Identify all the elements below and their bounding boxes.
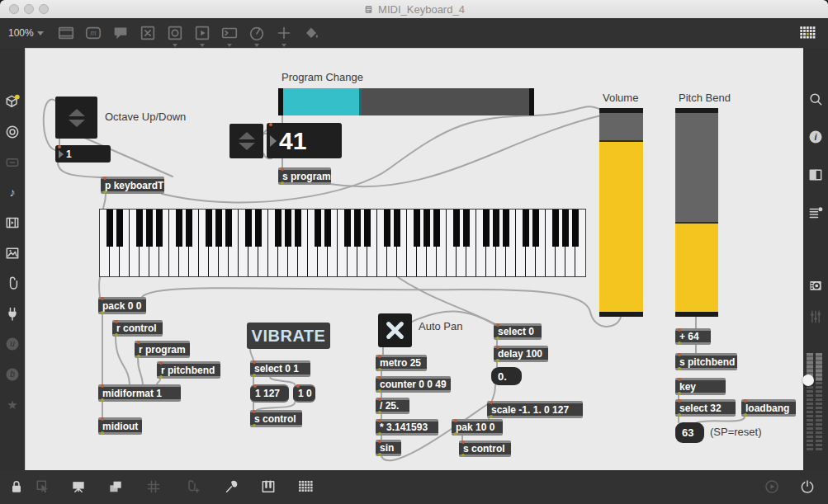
object-select-32[interactable]: select 32 [675,399,736,417]
power-icon[interactable] [799,478,816,495]
u-badge-icon[interactable]: u [4,336,21,352]
music-note-icon[interactable]: ♪ [4,184,21,200]
incdec-octave[interactable] [55,97,97,139]
drawer-icon[interactable] [4,154,21,171]
lock-icon[interactable] [8,478,25,495]
paint-bucket-icon[interactable] [302,24,320,42]
pitch-bend-slider[interactable] [675,108,718,317]
object-s-program[interactable]: s program [278,167,331,185]
black-key[interactable] [354,210,360,247]
black-key[interactable] [295,210,300,247]
piano-icon[interactable] [260,478,277,495]
comment-icon[interactable] [111,24,130,42]
black-key[interactable] [315,210,320,247]
black-key[interactable] [285,210,291,247]
black-key[interactable] [364,210,370,247]
message-1-127[interactable]: 1 127 [250,384,289,403]
black-key[interactable] [176,210,182,247]
object-s-control-2[interactable]: s control [459,440,511,457]
target-icon[interactable] [4,124,21,140]
object-r-control[interactable]: r control [112,320,163,337]
black-key[interactable] [414,210,419,247]
button-vibrate[interactable]: VIBRATE [247,323,330,349]
black-key[interactable] [394,210,400,247]
layers-icon[interactable] [107,478,124,495]
object-loadbang[interactable]: loadbang [741,399,796,417]
message-icon[interactable]: m [84,24,102,42]
object-p-keyboardT[interactable]: p keyboardT [101,177,164,194]
patcher-canvas[interactable]: Octave Up/DownProgram ChangeAuto PanVolu… [25,48,803,470]
object-mul-pi[interactable]: * 3.141593 [376,419,438,436]
object-pak[interactable]: pak 10 0 [452,419,503,436]
black-key[interactable] [493,210,499,247]
black-key[interactable] [423,210,429,247]
object-s-control-1[interactable]: s control [250,410,302,427]
decrement-arrow-icon[interactable] [239,143,255,150]
object-scale[interactable]: scale -1. 1. 0 127 [487,401,583,418]
black-key[interactable] [344,210,350,247]
object-metro[interactable]: metro 25 [376,355,427,371]
images-icon[interactable] [4,245,21,261]
black-key[interactable] [562,210,568,247]
object-midiout[interactable]: midiout [98,417,142,435]
program-change-slider[interactable] [278,88,534,115]
object-r-pitchbend[interactable]: r pitchbend [157,361,220,379]
black-key[interactable] [433,210,439,247]
object-counter[interactable]: counter 0 0 49 [376,376,451,393]
black-key[interactable] [255,210,261,247]
black-key[interactable] [215,210,221,247]
object-div-25[interactable]: / 25. [376,398,409,414]
b-badge-icon[interactable]: b [4,366,21,383]
object-icon[interactable] [57,24,75,42]
object-key[interactable]: key [675,378,726,395]
decrement-arrow-icon[interactable] [69,120,85,127]
number-octave[interactable]: 1 [55,145,111,163]
master-volume-knob[interactable] [802,374,814,386]
object-s-pitchbend[interactable]: s pitchbend [675,353,737,370]
mixer-icon[interactable] [807,309,824,325]
black-key[interactable] [324,210,330,247]
wrench-icon[interactable] [223,478,239,495]
black-key[interactable] [453,210,459,247]
black-key[interactable] [572,210,578,247]
snapshot-camera-icon[interactable] [807,277,824,294]
black-key[interactable] [523,210,528,247]
number-icon[interactable] [220,24,239,42]
black-key[interactable] [503,210,509,247]
number-key[interactable]: 63 [675,422,704,443]
number-program[interactable]: 41 [267,123,342,158]
object-r-program[interactable]: r program [135,341,190,358]
pointer-icon[interactable] [35,478,51,495]
attach-plus-icon[interactable] [183,478,200,495]
star-icon[interactable]: ★ [4,397,21,413]
black-key[interactable] [186,210,192,247]
increment-arrow-icon[interactable] [69,109,85,116]
presentation-icon[interactable] [70,478,87,495]
kslider-keyboard[interactable] [99,209,586,277]
activity-icon[interactable] [764,478,780,495]
object-midiformat[interactable]: midiformat 1 [98,384,181,402]
black-key[interactable] [156,210,162,247]
black-key[interactable] [225,210,231,247]
paperclip-icon[interactable] [4,276,21,292]
black-key[interactable] [245,210,251,247]
incdec-program[interactable] [229,124,263,158]
search-icon[interactable] [807,91,824,107]
increment-arrow-icon[interactable] [239,132,255,139]
black-key[interactable] [463,210,469,247]
flonum-pan[interactable]: 0. [491,367,522,385]
black-key[interactable] [146,210,152,247]
black-key[interactable] [384,210,390,247]
black-key[interactable] [532,210,538,247]
black-key[interactable] [116,210,122,247]
playbar-icon[interactable] [193,24,211,42]
black-key[interactable] [552,210,558,247]
keyboard-grid-icon[interactable] [297,478,314,495]
midi-keyboard-grid-icon[interactable] [798,24,816,42]
object-select-0[interactable]: select 0 [494,323,542,340]
plug-icon[interactable] [4,306,21,323]
black-key[interactable] [206,210,211,247]
packages-cube-icon[interactable] [4,93,21,110]
zoom-selector[interactable]: 100% [8,18,44,48]
toggle-auto-pan[interactable] [378,313,412,347]
